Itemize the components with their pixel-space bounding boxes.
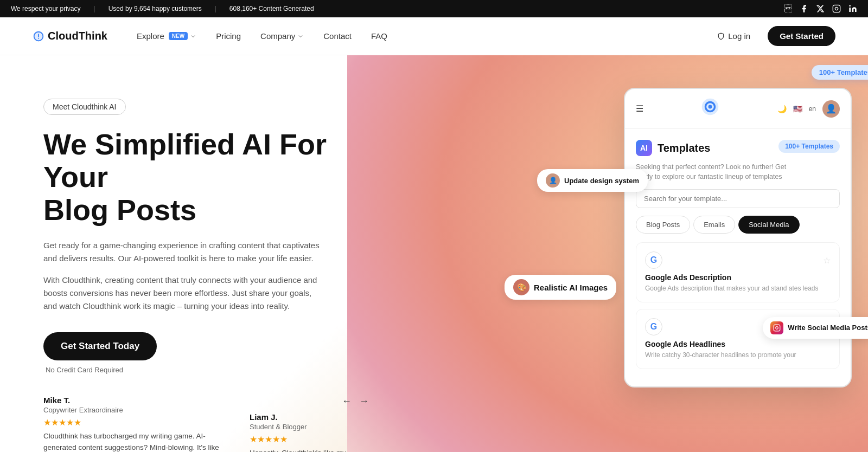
templates-title: Templates (658, 142, 710, 154)
mockup-header: ☰ 🌙 🇺🇸 en 👤 (625, 89, 851, 129)
templates-title-row: AI Templates (636, 140, 710, 156)
get-started-nav-button[interactable]: Get Started (768, 26, 835, 46)
x-twitter-icon[interactable] (816, 4, 825, 13)
reviewer1-name: Mike T. (43, 396, 228, 405)
logo-icon (33, 30, 44, 42)
update-badge: 👤 Update design system (537, 169, 648, 192)
nav-contact[interactable]: Contact (316, 27, 359, 45)
user-avatar[interactable]: 👤 (822, 100, 840, 118)
reviewer-2: Liam J. Student & Blogger ★★★★★ Honestly… (250, 412, 369, 452)
reviewer1-stars: ★★★★★ (43, 417, 228, 428)
privacy-text: We respect your privacy (11, 5, 81, 12)
google-icon-1: G (645, 251, 662, 269)
dark-mode-icon[interactable]: 🌙 (777, 105, 787, 113)
template-search-input[interactable] (636, 189, 840, 208)
reviewer1-text: Cloudthink has turbocharged my writing g… (43, 431, 228, 452)
hero-section: Meet Cloudthink AI We Simplified AI For … (0, 55, 868, 452)
lang-text: en (809, 105, 816, 113)
nav-company[interactable]: Company (253, 27, 311, 45)
flag-icon: 🇺🇸 (793, 105, 802, 113)
customers-text: Used by 9,654 happy customers (108, 5, 202, 12)
hero-left: Meet Cloudthink AI We Simplified AI For … (0, 55, 369, 452)
svg-rect-0 (833, 5, 840, 12)
facebook-icon[interactable] (800, 4, 808, 13)
templates-badge-label: 100+ Templates (778, 140, 840, 153)
no-credit-text: No Credit Card Required (43, 366, 369, 374)
review-next-button[interactable]: → (359, 396, 369, 407)
instagram-badge-icon (770, 321, 783, 334)
shield-icon (717, 33, 725, 40)
google-icon-2: G (645, 318, 662, 335)
hero-title: We Simplified AI For Your Blog Posts (43, 128, 369, 226)
top-bar-left: We respect your privacy | Used by 9,654 … (11, 5, 314, 12)
templates-header: AI Templates 100+ Templates (636, 140, 840, 156)
nav-faq[interactable]: FAQ (363, 27, 395, 45)
card1-title: Google Ads Description (645, 273, 831, 282)
separator1: | (94, 5, 95, 12)
card1-desc: Google Ads description that makes your a… (645, 284, 831, 293)
app-mockup: ☰ 🌙 🇺🇸 en 👤 (624, 88, 852, 388)
logo[interactable]: CloudThink (33, 30, 107, 42)
reviewer2-name: Liam J. (250, 412, 369, 422)
realistic-ai-badge: 🎨 Realistic AI Images (505, 275, 616, 300)
separator2: | (215, 5, 216, 12)
mockup-logo-icon (701, 98, 719, 120)
ai-icon: AI (636, 140, 652, 156)
reviewer1-title: Copywriter Extraordinaire (43, 406, 228, 414)
hamburger-icon[interactable]: ☰ (636, 104, 643, 114)
tab-emails[interactable]: Emails (693, 216, 735, 234)
facebook-icon[interactable]:  (784, 4, 792, 13)
logo-text: CloudThink (48, 30, 107, 42)
instagram-icon[interactable] (832, 4, 841, 13)
social-icons:  (784, 4, 857, 13)
content-text: 608,160+ Content Generated (229, 5, 314, 12)
chevron-down-icon (297, 33, 304, 40)
svg-rect-4 (774, 325, 781, 331)
templates-subtitle: Seeking that perfect content? Look no fu… (636, 163, 788, 182)
tab-blog-posts[interactable]: Blog Posts (636, 216, 690, 234)
new-badge: NEW (169, 32, 188, 40)
favorite-icon-1[interactable]: ☆ (823, 255, 831, 266)
template-tabs: Blog Posts Emails Social Media (636, 216, 840, 234)
reviewer-1: Mike T. Copywriter Extraordinaire ★★★★★ … (43, 396, 228, 452)
card1-header: G ☆ (645, 251, 831, 269)
mockup-body: AI Templates 100+ Templates Seeking that… (625, 129, 851, 386)
navbar: CloudThink Explore NEW Pricing Company C… (0, 17, 868, 55)
social-media-badge: Write Social Media Posts (763, 317, 868, 339)
login-button[interactable]: Log in (706, 27, 761, 45)
chevron-down-icon (190, 33, 196, 40)
card2-title: Google Ads Headlines (645, 340, 831, 348)
reviewer2-title: Student & Blogger (250, 423, 369, 431)
svg-point-2 (849, 5, 851, 7)
reviews-section: Mike T. Copywriter Extraordinaire ★★★★★ … (43, 396, 369, 452)
mockup-header-right: 🌙 🇺🇸 en 👤 (777, 100, 840, 118)
review-prev-button[interactable]: ← (342, 396, 352, 407)
linkedin-icon[interactable] (848, 4, 857, 13)
reviewer2-stars: ★★★★★ (250, 434, 369, 444)
hero-desc2: With Cloudthink, creating content that t… (43, 274, 326, 313)
realistic-avatar: 🎨 (513, 279, 529, 295)
template-card-1: G ☆ Google Ads Description Google Ads de… (636, 242, 840, 302)
top-bar: We respect your privacy | Used by 9,654 … (0, 0, 868, 17)
update-avatar: 👤 (546, 173, 560, 188)
card2-desc: Write catchy 30-character headlines to p… (645, 351, 831, 360)
nav-explore[interactable]: Explore NEW (129, 27, 204, 45)
hero-desc1: Get ready for a game-changing experience… (43, 239, 326, 265)
reviewer2-text: Honestly, Cloudthink's like my writing m… (250, 448, 369, 452)
tab-social-media[interactable]: Social Media (738, 216, 799, 234)
meet-badge: Meet Cloudthink AI (43, 99, 126, 115)
app-mockup-container: 100+ Templates 👤 Update design system 🎨 … (624, 72, 868, 388)
nav-pricing[interactable]: Pricing (208, 27, 248, 45)
svg-point-6 (709, 105, 712, 109)
templates-count-badge: 100+ Templates (812, 65, 868, 80)
nav-links: Explore NEW Pricing Company Contact FAQ (129, 27, 706, 45)
nav-right: Log in Get Started (706, 26, 835, 46)
get-started-today-button[interactable]: Get Started Today (43, 332, 157, 360)
